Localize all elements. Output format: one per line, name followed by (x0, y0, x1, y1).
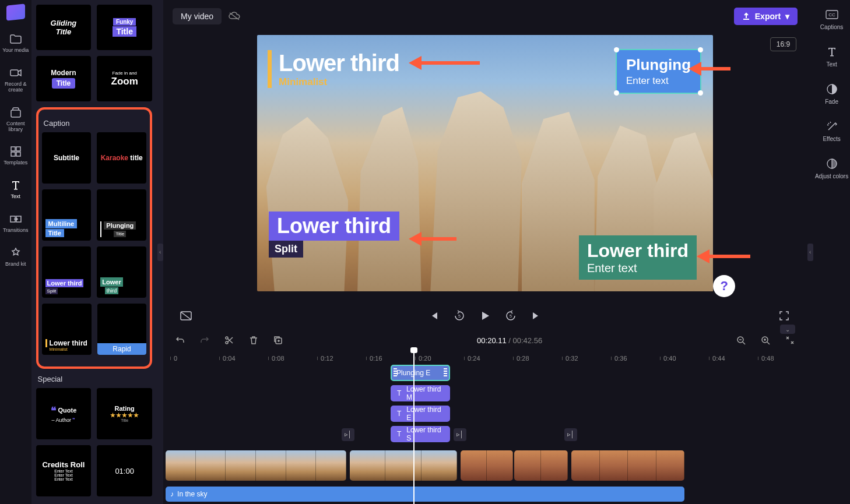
right-effects[interactable]: Effects (823, 120, 840, 142)
right-captions[interactable]: CC Captions (820, 8, 843, 30)
tile-quote[interactable]: ❝ Quote – Author ❞ (36, 388, 92, 439)
nav-transitions[interactable]: Transitions (3, 213, 29, 234)
svg-text:CC: CC (828, 12, 835, 17)
tile-lower-third-split[interactable]: Lower third Split (42, 246, 92, 298)
panel-collapse-left[interactable]: ‹ (157, 0, 163, 504)
text-clip-lower-third-m[interactable]: TLower third M (391, 385, 450, 401)
tile-lower-third-minimalist[interactable]: Lower third Minimalist (42, 304, 92, 355)
preview-area: 16:9 Lower third Minimalist Plunging Ent… (163, 33, 807, 302)
tile-subtitle[interactable]: Subtitle (42, 132, 92, 184)
transition-badge[interactable]: ▹│ (454, 428, 466, 441)
play-button[interactable] (479, 309, 491, 322)
svg-text:5: 5 (458, 314, 461, 318)
audio-clip[interactable]: ♪ In the sky (166, 487, 684, 502)
top-bar: My video Export ▾ (163, 0, 807, 33)
svg-rect-3 (16, 147, 20, 151)
resize-handle[interactable] (698, 47, 703, 52)
nav-record-create[interactable]: Record & create (0, 66, 31, 93)
rewind-icon[interactable]: 5 (453, 309, 466, 322)
transition-icon: ▹│ (456, 431, 464, 438)
far-left-nav: Your media Record & create Content libra… (0, 0, 31, 504)
zoom-out-button[interactable] (735, 334, 747, 347)
timeline-tracks[interactable]: Plunging E TLower third M TLower third E… (163, 365, 807, 504)
timeline-collapse[interactable]: ⌄ (780, 325, 795, 334)
timeline-ruler[interactable]: 0 0:04 0:08 0:12 0:16 0:20 0:24 0:28 0:3… (163, 352, 807, 365)
text-clip-plunging[interactable]: Plunging E (391, 365, 450, 381)
transition-badge[interactable]: ▹│ (564, 428, 577, 441)
nav-text[interactable]: Text (9, 179, 22, 200)
svg-rect-0 (10, 70, 18, 76)
overlay-lower-third-split[interactable]: Lower third Split (269, 212, 399, 258)
resize-handle[interactable] (698, 90, 703, 96)
zoom-in-button[interactable] (759, 334, 772, 347)
text-clip-lower-third-s[interactable]: TLower third S (391, 426, 450, 442)
cc-icon: CC (826, 8, 838, 21)
export-button[interactable]: Export ▾ (734, 8, 798, 25)
svg-rect-4 (11, 152, 15, 156)
forward-icon[interactable]: 5 (504, 309, 517, 322)
nav-content-library[interactable]: Content library (0, 106, 31, 133)
help-button[interactable]: ? (713, 275, 735, 297)
tile-karaoke[interactable]: Karaoke title (97, 132, 146, 184)
text-clip-lower-third-e[interactable]: TLower third E (391, 406, 450, 422)
right-fade[interactable]: Fade (825, 83, 838, 105)
tile-rating[interactable]: Rating ★★★★★ Title (97, 388, 152, 439)
templates-icon (9, 145, 22, 158)
redo-button[interactable] (198, 334, 211, 347)
right-text[interactable]: Text (826, 45, 838, 68)
chevron-down-icon: ▾ (785, 12, 789, 21)
svg-text:5: 5 (510, 314, 512, 318)
nav-templates[interactable]: Templates (3, 145, 27, 166)
playhead[interactable] (413, 351, 415, 504)
tile-fade-zoom[interactable]: Fade in and Zoom (97, 56, 152, 101)
audio-track: ♪ In the sky (170, 487, 807, 504)
fullscreen-icon[interactable] (778, 309, 791, 322)
video-clip[interactable] (514, 450, 568, 481)
video-clip[interactable] (571, 450, 684, 481)
delete-button[interactable] (247, 334, 260, 347)
nav-your-media[interactable]: Your media (2, 33, 29, 54)
skip-forward-icon[interactable] (530, 309, 543, 322)
transition-badge[interactable]: ▹│ (342, 428, 354, 441)
aspect-ratio-selector[interactable]: 16:9 (770, 37, 796, 51)
tile-modern-title[interactable]: Modern Title (36, 56, 92, 101)
svg-rect-5 (16, 152, 20, 156)
resize-handle[interactable] (614, 90, 619, 96)
overlay-lower-third-minimalist[interactable]: Lower third Minimalist (268, 50, 399, 88)
video-clip[interactable] (461, 450, 513, 481)
nav-brand-kit[interactable]: Brand kit (5, 246, 26, 267)
video-clip[interactable] (166, 450, 346, 481)
tile-credits-roll[interactable]: Credits Roll Enter Text Enter Text Enter… (36, 445, 92, 496)
tile-multiline[interactable]: Multiline Title (42, 189, 92, 241)
caption-section-highlight: Caption Subtitle Karaoke title Multiline… (36, 107, 152, 369)
split-button[interactable] (223, 334, 236, 347)
effects-icon (826, 120, 838, 133)
tile-funky-title[interactable]: Funky Title (97, 5, 152, 50)
tile-countdown[interactable]: 01:00 (97, 445, 152, 496)
text-preset-panel: Gliding Title Funky Title Modern Title F… (31, 0, 157, 504)
upload-icon (742, 12, 750, 20)
tile-rapid[interactable]: Rapid (97, 304, 146, 355)
cloud-off-icon (229, 12, 240, 21)
zoom-fit-button[interactable] (784, 334, 796, 347)
tile-plunging[interactable]: Plunging Title (97, 189, 146, 241)
duplicate-button[interactable] (272, 334, 284, 347)
skip-back-icon[interactable] (427, 309, 440, 322)
undo-button[interactable] (174, 334, 187, 347)
video-preview[interactable]: Lower third Minimalist Plunging Enter te… (257, 35, 713, 291)
tile-lower-third-green[interactable]: Lowerthird (97, 246, 146, 298)
resize-handle[interactable] (614, 47, 619, 52)
caption-section-title: Caption (44, 119, 146, 128)
tile-gliding-title[interactable]: Gliding Title (36, 5, 92, 50)
video-track: ▹│ ▹│ ▹│ (170, 450, 807, 483)
safe-zone-toggle[interactable] (180, 309, 192, 322)
project-title[interactable]: My video (173, 8, 222, 24)
transition-icon: ▹│ (567, 431, 575, 438)
right-adjust-colors[interactable]: Adjust colors (815, 157, 848, 179)
video-clip[interactable] (350, 450, 457, 481)
playback-controls: 5 5 ⌄ (163, 302, 807, 329)
overlay-lower-third-green[interactable]: Lower third Enter text (579, 235, 697, 280)
panel-collapse-right[interactable]: ‹ (807, 0, 813, 504)
chevron-left-icon: ‹ (157, 244, 163, 261)
adjust-icon (826, 157, 838, 170)
